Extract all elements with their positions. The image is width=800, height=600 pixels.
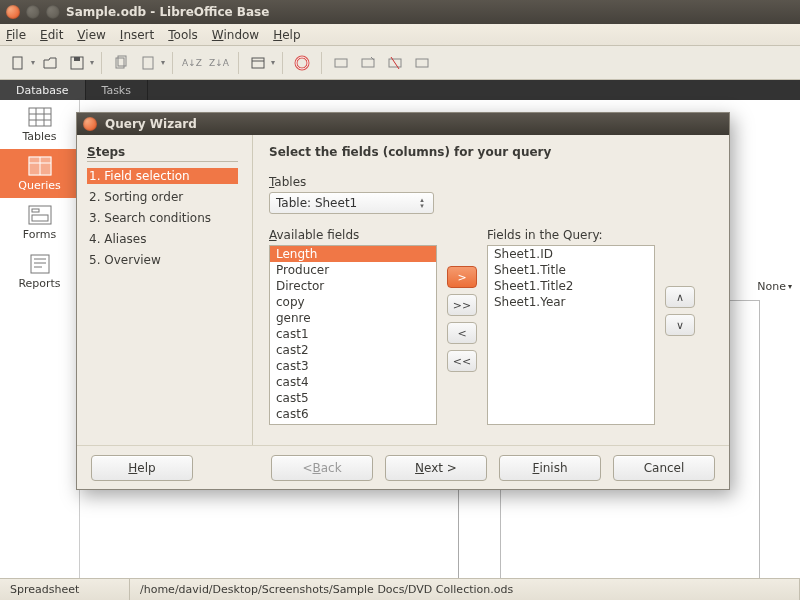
toolbar: ▾ ▾ ▾ A↓Z Z↓A ▾ (0, 46, 800, 80)
menu-view[interactable]: View (77, 28, 105, 42)
available-fields-label: Available fields (269, 228, 437, 242)
toolbar-separator (172, 52, 173, 74)
nav-queries-label: Queries (18, 179, 60, 192)
list-item[interactable]: Producer (270, 262, 436, 278)
add-field-button[interactable]: > (447, 266, 477, 288)
list-item[interactable]: Sheet1.Title2 (488, 278, 654, 294)
svg-rect-25 (32, 209, 39, 212)
toolbar-copy-button[interactable] (109, 51, 133, 75)
preview-dropdown-label: None (757, 280, 786, 293)
move-down-button[interactable]: ∨ (665, 314, 695, 336)
list-item[interactable]: genre (270, 310, 436, 326)
cancel-button[interactable]: Cancel (613, 455, 715, 481)
svg-rect-0 (13, 57, 22, 69)
wizard-title: Query Wizard (105, 117, 197, 131)
tab-tasks[interactable]: Tasks (86, 80, 148, 100)
list-item[interactable]: Sheet1.ID (488, 246, 654, 262)
list-item[interactable]: cast5 (270, 390, 436, 406)
menu-help[interactable]: Help (273, 28, 300, 42)
toolbar-open-button[interactable] (38, 51, 62, 75)
wizard-titlebar[interactable]: Query Wizard (77, 113, 729, 135)
list-item[interactable]: Sheet1.Title (488, 262, 654, 278)
svg-rect-10 (335, 59, 347, 67)
next-button[interactable]: Next > (385, 455, 487, 481)
step-overview[interactable]: 5. Overview (87, 252, 238, 268)
move-up-button[interactable]: ∧ (665, 286, 695, 308)
toolbar-paste-dropdown[interactable]: ▾ (163, 58, 165, 67)
add-all-fields-button[interactable]: >> (447, 294, 477, 316)
wizard-button-row: Help < Back Next > Finish Cancel (77, 445, 729, 489)
svg-rect-27 (31, 255, 49, 273)
toolbar-table-new-icon[interactable] (329, 51, 353, 75)
step-sorting-order[interactable]: 2. Sorting order (87, 189, 238, 205)
nav-reports[interactable]: Reports (0, 247, 79, 296)
toolbar-save-dropdown[interactable]: ▾ (92, 58, 94, 67)
menu-window[interactable]: Window (212, 28, 259, 42)
fields-in-query-label: Fields in the Query: (487, 228, 655, 242)
remove-field-button[interactable]: < (447, 322, 477, 344)
list-item[interactable]: Length (270, 246, 436, 262)
wizard-instruction: Select the fields (columns) for your que… (269, 145, 711, 159)
available-fields-listbox[interactable]: Length Producer Director copy genre cast… (269, 245, 437, 425)
list-item[interactable]: Notes (270, 422, 436, 425)
help-button[interactable]: Help (91, 455, 193, 481)
list-item[interactable]: cast6 (270, 406, 436, 422)
remove-all-fields-button[interactable]: << (447, 350, 477, 372)
toolbar-table-open-icon[interactable] (356, 51, 380, 75)
nav-forms[interactable]: Forms (0, 198, 79, 247)
main-titlebar: Sample.odb - LibreOffice Base (0, 0, 800, 24)
statusbar: Spreadsheet /home/david/Desktop/Screensh… (0, 578, 800, 600)
list-item[interactable]: cast4 (270, 374, 436, 390)
toolbar-sort-asc-button[interactable]: A↓Z (180, 51, 204, 75)
nav-reports-label: Reports (18, 277, 60, 290)
nav-queries[interactable]: Queries (0, 149, 79, 198)
toolbar-separator (321, 52, 322, 74)
list-item[interactable]: Sheet1.Year (488, 294, 654, 310)
database-nav: Tables Queries Forms Reports (0, 100, 80, 578)
window-minimize-button[interactable] (26, 5, 40, 19)
toolbar-help-lifering-icon[interactable] (290, 51, 314, 75)
wizard-steps-panel: Steps 1. Field selection 2. Sorting orde… (77, 135, 253, 445)
step-search-conditions[interactable]: 3. Search conditions (87, 210, 238, 226)
wizard-close-button[interactable] (83, 117, 97, 131)
back-button[interactable]: < Back (271, 455, 373, 481)
queries-icon (26, 155, 54, 177)
statusbar-path: /home/david/Desktop/Screenshots/Sample D… (130, 579, 800, 600)
toolbar-new-dropdown[interactable]: ▾ (33, 58, 35, 67)
toolbar-table-rename-icon[interactable] (410, 51, 434, 75)
table-combobox[interactable]: Table: Sheet1 ▴▾ (269, 192, 434, 214)
tabstrip: Database Tasks (0, 80, 800, 100)
menu-edit[interactable]: Edit (40, 28, 63, 42)
toolbar-save-button[interactable] (65, 51, 89, 75)
list-item[interactable]: cast1 (270, 326, 436, 342)
svg-rect-11 (362, 59, 374, 67)
toolbar-paste-button[interactable] (136, 51, 160, 75)
window-maximize-button[interactable] (46, 5, 60, 19)
list-item[interactable]: copy (270, 294, 436, 310)
step-field-selection[interactable]: 1. Field selection (87, 168, 238, 184)
toolbar-new-button[interactable] (6, 51, 30, 75)
window-title: Sample.odb - LibreOffice Base (66, 5, 269, 19)
fields-in-query-listbox[interactable]: Sheet1.ID Sheet1.Title Sheet1.Title2 She… (487, 245, 655, 425)
transfer-buttons: > >> < << (447, 228, 477, 425)
list-item[interactable]: cast3 (270, 358, 436, 374)
nav-tables[interactable]: Tables (0, 100, 79, 149)
preview-dropdown[interactable]: None ▾ (757, 280, 792, 293)
toolbar-form-dropdown[interactable]: ▾ (273, 58, 275, 67)
nav-forms-label: Forms (23, 228, 56, 241)
toolbar-separator (238, 52, 239, 74)
window-close-button[interactable] (6, 5, 20, 19)
menu-tools[interactable]: Tools (168, 28, 198, 42)
menu-insert[interactable]: Insert (120, 28, 154, 42)
toolbar-table-delete-icon[interactable] (383, 51, 407, 75)
list-item[interactable]: Director (270, 278, 436, 294)
list-item[interactable]: cast2 (270, 342, 436, 358)
toolbar-sort-desc-button[interactable]: Z↓A (207, 51, 231, 75)
menu-file[interactable]: File (6, 28, 26, 42)
tab-database[interactable]: Database (0, 80, 86, 100)
toolbar-form-button[interactable] (246, 51, 270, 75)
svg-rect-5 (143, 57, 153, 69)
wizard-content: Select the fields (columns) for your que… (253, 135, 729, 445)
step-aliases[interactable]: 4. Aliases (87, 231, 238, 247)
finish-button[interactable]: Finish (499, 455, 601, 481)
